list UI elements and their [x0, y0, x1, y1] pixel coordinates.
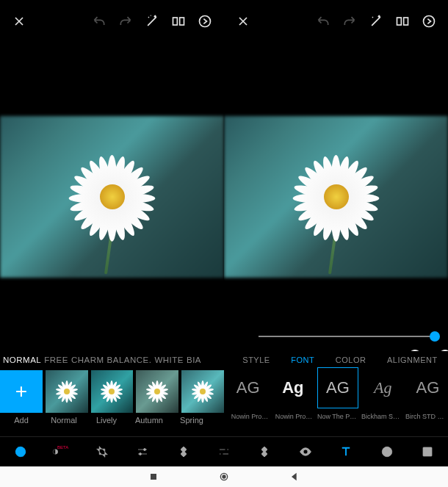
filter-cat-balance[interactable]: BALANCE.	[107, 356, 152, 364]
left-toolbar	[0, 0, 224, 43]
filter-label: Autumn	[128, 416, 170, 430]
svg-rect-13	[261, 450, 267, 456]
levels-tool-icon[interactable]	[215, 443, 233, 461]
svg-rect-3	[397, 18, 402, 25]
svg-point-18	[223, 475, 225, 478]
magic-wand-icon[interactable]	[139, 8, 165, 35]
filter-cat-more[interactable]: BIA	[187, 356, 201, 364]
filter-thumb-spring[interactable]	[181, 370, 224, 413]
svg-point-5	[424, 16, 435, 27]
font-name: Nowin Pro…	[272, 413, 316, 428]
add-filter-button[interactable]: +	[0, 370, 43, 413]
collage-tool-icon[interactable]	[419, 443, 436, 461]
filter-cat-charm[interactable]: CHARM	[71, 356, 104, 364]
svg-rect-1	[180, 18, 184, 25]
filter-label: Lively	[85, 416, 128, 430]
tab-font[interactable]: FONT	[291, 356, 314, 364]
aperture-tool-icon[interactable]	[12, 443, 29, 461]
font-strip: AG Ag AG Ag AG	[228, 367, 448, 411]
font-sample[interactable]: AG	[408, 367, 448, 408]
undo-icon[interactable]	[310, 8, 336, 35]
filter-thumb-normal[interactable]	[46, 370, 88, 413]
tab-alignment[interactable]: ALIGNMENT	[387, 356, 438, 364]
redo-icon[interactable]	[336, 8, 363, 35]
filter-label: Spring	[170, 416, 213, 430]
svg-point-8	[144, 448, 146, 450]
slider-thumb[interactable]	[430, 331, 440, 342]
filter-category-tabs: NORMAL FREE CHARM BALANCE. WHITE BIA	[0, 351, 224, 369]
patch-tool-icon[interactable]	[256, 443, 273, 461]
tab-style[interactable]: STYLE	[242, 356, 270, 364]
close-icon[interactable]	[230, 8, 256, 35]
font-name: Now The Pro Is	[316, 413, 360, 428]
compare-icon[interactable]	[389, 8, 416, 35]
font-sample[interactable]: Ag	[272, 367, 313, 408]
font-sample[interactable]: AG	[228, 367, 268, 408]
contrast-tool-icon[interactable]: BETA	[52, 443, 70, 461]
nav-recent-icon[interactable]	[148, 471, 159, 483]
right-toolbar	[224, 0, 448, 43]
filter-labels: Add Normal Lively Autumn Spring	[0, 416, 224, 430]
apply-icon[interactable]	[416, 8, 442, 35]
redo-icon[interactable]	[112, 8, 139, 35]
crop-tool-icon[interactable]	[93, 443, 111, 461]
font-name: Birch STD Re…	[404, 413, 448, 428]
close-icon[interactable]	[6, 8, 32, 35]
svg-point-6	[15, 447, 26, 457]
canvas-right[interactable]: Aran ✎ × ⟲ ⤡	[224, 43, 448, 351]
filter-thumb-autumn[interactable]	[136, 370, 178, 413]
svg-point-2	[200, 16, 211, 27]
svg-rect-0	[173, 18, 178, 25]
compare-icon[interactable]	[165, 8, 192, 35]
apply-icon[interactable]	[192, 8, 218, 35]
font-name: Bickham Sc…	[360, 413, 404, 428]
canvas-area: Aran ✎ × ⟲ ⤡	[0, 43, 448, 351]
nav-back-icon[interactable]	[289, 471, 300, 483]
heal-tool-icon[interactable]	[175, 443, 192, 461]
undo-icon[interactable]	[86, 8, 112, 35]
canvas-left[interactable]	[0, 43, 224, 351]
text-tool-icon[interactable]	[337, 443, 355, 461]
adjust-tool-icon[interactable]	[134, 443, 151, 461]
svg-rect-15	[423, 447, 432, 456]
history-tool-icon[interactable]	[378, 443, 396, 461]
tab-color[interactable]: COLOR	[336, 356, 366, 364]
font-sample-selected[interactable]: AG	[317, 367, 358, 408]
filter-thumb-lively[interactable]	[91, 370, 134, 413]
filter-cat-normal[interactable]: NORMAL	[3, 356, 41, 364]
filter-label: Normal	[43, 416, 85, 430]
filter-cat-white[interactable]: WHITE	[154, 356, 184, 364]
bottom-tool-bar: BETA	[0, 436, 448, 466]
svg-rect-16	[151, 474, 156, 480]
beta-badge: BETA	[57, 445, 68, 450]
android-nav-bar	[0, 466, 448, 487]
nav-home-icon[interactable]	[218, 471, 230, 483]
intensity-slider[interactable]	[259, 329, 435, 344]
font-sample[interactable]: Ag	[363, 367, 403, 408]
text-property-tabs: STYLE FONT COLOR ALIGNMENT	[232, 351, 448, 369]
svg-rect-11	[180, 450, 186, 456]
filter-label: Add	[0, 416, 43, 430]
magic-wand-icon[interactable]	[363, 8, 389, 35]
visibility-tool-icon[interactable]	[297, 443, 314, 461]
svg-rect-4	[404, 18, 408, 25]
filter-cat-free[interactable]: FREE	[44, 356, 68, 364]
svg-point-9	[140, 452, 142, 455]
font-name: Nowin Pro…	[228, 413, 272, 428]
font-labels: Nowin Pro… Nowin Pro… Now The Pro Is Bic…	[228, 413, 448, 428]
